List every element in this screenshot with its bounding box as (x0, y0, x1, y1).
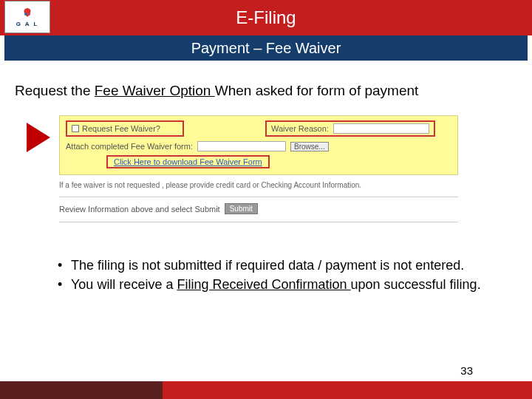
page-subtitle: Payment – Fee Waiver (191, 40, 341, 57)
arrow-icon (22, 120, 53, 155)
instruction-underlined: Fee Waiver Option (95, 83, 215, 98)
bullet-2-underlined: Filing Received Confirmation (177, 277, 350, 292)
bullet-2-suffix: upon successful filing. (351, 277, 481, 292)
download-link-text[interactable]: Click Here to download Fee Waiver Form (114, 157, 262, 166)
request-label: Request Fee Waiver? (82, 124, 160, 133)
bullet-2: You will receive a Filing Received Confi… (58, 276, 495, 293)
attach-input[interactable] (197, 141, 286, 151)
header-bar: G A L E-Filing (0, 0, 532, 35)
instruction-suffix: When asked for form of payment (215, 83, 419, 98)
logo: G A L (4, 1, 50, 33)
divider (59, 197, 458, 197)
attach-row: Attach completed Fee Waiver form: Browse… (66, 141, 451, 151)
divider-2 (59, 222, 458, 222)
gal-logo-icon (21, 7, 34, 21)
content-area: Request the Fee Waiver Option When asked… (0, 61, 532, 294)
page-number: 33 (460, 364, 473, 377)
footer-dark (0, 381, 163, 399)
waiver-reason-field[interactable]: Waiver Reason: (265, 120, 435, 137)
svg-point-0 (24, 13, 27, 16)
review-row: Review Information above and select Subm… (59, 203, 517, 214)
bullet-list: The filing is not submitted if required … (15, 256, 517, 294)
fee-waiver-panel: Request Fee Waiver? Waiver Reason: Attac… (59, 115, 458, 175)
footer-bar (0, 381, 532, 399)
bullet-2-prefix: You will receive a (71, 277, 177, 292)
download-link-box[interactable]: Click Here to download Fee Waiver Form (106, 155, 270, 168)
submit-button[interactable]: Submit (225, 203, 258, 214)
bullet-1: The filing is not submitted if required … (58, 256, 495, 274)
svg-point-1 (27, 13, 30, 16)
attach-label: Attach completed Fee Waiver form: (66, 142, 193, 151)
bullet-1-text: The filing is not submitted if required … (71, 258, 464, 273)
subtitle-bar: Payment – Fee Waiver (0, 35, 532, 61)
footer-red (163, 381, 532, 399)
instruction-text: Request the Fee Waiver Option When asked… (15, 83, 517, 99)
reason-select[interactable] (333, 123, 429, 134)
request-fee-waiver-field[interactable]: Request Fee Waiver? (66, 120, 184, 137)
instruction-prefix: Request the (15, 83, 95, 98)
waiver-note: If a fee waiver is not requested , pleas… (59, 181, 458, 189)
form-screenshot: Request Fee Waiver? Waiver Reason: Attac… (59, 115, 517, 175)
browse-button[interactable]: Browse... (290, 142, 329, 151)
checkbox-icon[interactable] (72, 125, 79, 132)
review-text: Review Information above and select Subm… (59, 205, 220, 214)
svg-marker-2 (27, 123, 50, 152)
logo-text: G A L (16, 21, 39, 27)
reason-label: Waiver Reason: (271, 124, 329, 133)
page-title: E-Filing (236, 7, 296, 28)
